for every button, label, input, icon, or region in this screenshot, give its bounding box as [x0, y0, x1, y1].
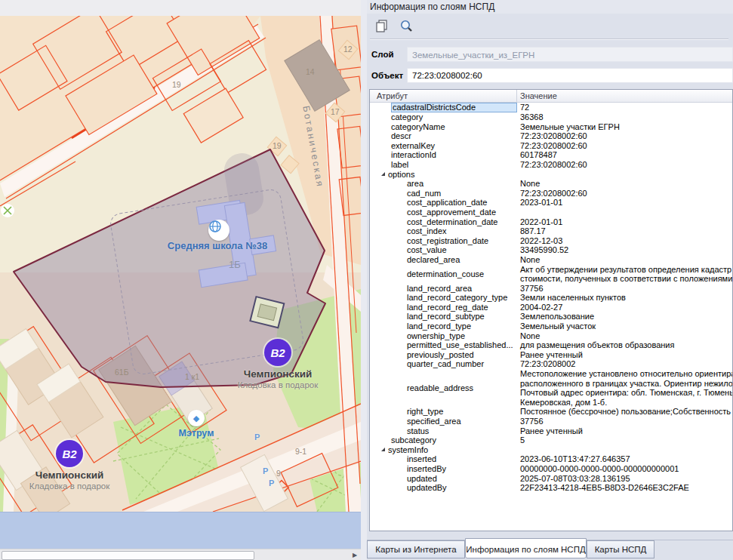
value-cell: 72 [517, 103, 732, 112]
table-row[interactable]: interactionId60178487 [370, 150, 732, 160]
tab-1[interactable]: Карты из Интернета [367, 540, 465, 558]
value-cell: 2023-06-10T13:47:27.646357 [517, 454, 732, 464]
table-row[interactable]: areaNone [370, 179, 732, 189]
table-row[interactable]: categoryNameЗемельные участки ЕГРН [370, 122, 732, 132]
table-row[interactable]: options [370, 170, 732, 180]
table-row[interactable]: cad_num72:23:0208002:60 [370, 189, 732, 198]
table-row[interactable]: category36368 [370, 112, 732, 122]
info-panel: Информация по слоям НСПД Слой Земельные_… [367, 0, 733, 560]
value-cell: 2022-12-03 [517, 236, 732, 246]
attribute-cell: externalKey [370, 141, 517, 151]
table-row[interactable]: cost_value33495990.52 [370, 245, 732, 255]
table-row[interactable]: updated2025-07-08T03:03:28.136195 [370, 474, 732, 484]
table-row[interactable]: descr72:23:0208002:60 [370, 131, 732, 141]
table-row[interactable]: cost_index887.17 [370, 226, 732, 236]
value-cell: для размещения объектов образования [517, 340, 732, 350]
scissors-icon [1, 204, 14, 217]
table-row[interactable]: cost_determination_date2022-01-01 [370, 217, 732, 227]
table-row[interactable]: quarter_cad_number72:23:0208002 [370, 359, 732, 369]
value-column-header[interactable]: Значение [517, 90, 732, 102]
attribute-cell: categoryName [370, 122, 517, 132]
table-row[interactable]: cost_approvement_date [370, 208, 732, 217]
table-row[interactable]: label72:23:0208002:60 [370, 160, 732, 170]
value-cell: Землепользование [517, 312, 732, 322]
value-cell: 22F23413-4218-4EB5-B8D3-D2646E3C2FAE [517, 483, 732, 493]
table-row[interactable]: determination_couseАкт об утверждении ре… [370, 265, 732, 284]
horizontal-scrollbar[interactable]: ▶ [0, 549, 361, 560]
tab-2[interactable]: Информация по слоям НСПД [465, 538, 587, 558]
table-row[interactable]: ownership_typeNone [370, 331, 732, 341]
attribute-cell: inserted [370, 454, 517, 464]
table-row[interactable]: land_record_area37756 [370, 284, 732, 294]
value-cell: 72:23:0208002 [517, 359, 732, 369]
map-top-strip [0, 0, 361, 16]
copy-button[interactable] [373, 17, 391, 35]
value-cell: 72:23:0208002:60 [517, 131, 732, 141]
table-row[interactable]: land_record_subtypeЗемлепользование [370, 312, 732, 322]
table-row[interactable]: previously_postedРанее учтенный [370, 350, 732, 360]
tree-expanded-icon[interactable] [381, 172, 385, 176]
table-row[interactable]: inserted2023-06-10T13:47:27.646357 [370, 454, 732, 464]
table-row[interactable]: cost_application_date2023-01-01 [370, 198, 732, 208]
value-cell: 72:23:0208002:60 [517, 189, 732, 198]
scrollbar-thumb[interactable] [2, 551, 254, 560]
table-row[interactable]: right_typeПостоянное (бессрочное) пользо… [370, 407, 732, 417]
attribute-cell: permitted_use_established... [370, 340, 517, 350]
table-row[interactable]: statusРанее учтенный [370, 426, 732, 436]
attribute-cell: previously_posted [370, 350, 517, 360]
value-cell: None [517, 179, 732, 189]
attribute-cell: specified_area [370, 417, 517, 426]
table-row[interactable]: land_record_typeЗемельный участок [370, 322, 732, 331]
table-row[interactable]: declared_areaNone [370, 255, 732, 265]
value-cell: 2004-02-27 [517, 303, 732, 312]
attribute-cell: insertedBy [370, 464, 517, 474]
value-cell: 36368 [517, 112, 732, 122]
tab-3[interactable]: Карты НСПД [587, 540, 654, 558]
toolbar-separator [370, 38, 728, 40]
value-cell: Постоянное (бессрочное) пользование;Собс… [517, 407, 732, 417]
table-body: cadastralDistrictsCode72category36368cat… [370, 103, 732, 493]
search-icon[interactable] [397, 17, 415, 35]
attribute-cell: category [370, 112, 517, 122]
attribute-column-header[interactable]: Атрибут [370, 90, 517, 102]
layer-field: Земельные_участки_из_ЕГРН [407, 47, 733, 62]
attribute-cell: right_type [370, 407, 517, 417]
value-cell [517, 170, 732, 180]
tree-expanded-icon[interactable] [381, 448, 385, 451]
value-cell: 00000000-0000-0000-0000-000000000001 [517, 464, 732, 474]
attribute-cell: cost_index [370, 226, 517, 236]
object-field-input[interactable] [407, 68, 733, 83]
table-row[interactable]: cost_registration_date2022-12-03 [370, 236, 732, 246]
table-row[interactable]: specified_area37756 [370, 417, 732, 426]
map-panel: Ботаническая Средняя школа №38 1Б ◆ Мэтр… [0, 0, 361, 560]
attribute-cell: quarter_cad_number [370, 359, 517, 369]
table-row[interactable]: land_record_category_typeЗемли населенны… [370, 293, 732, 303]
value-cell: None [517, 255, 732, 265]
value-cell: Акт об утверждении результатов определен… [517, 265, 732, 284]
attribute-cell: declared_area [370, 255, 517, 265]
attribute-cell: area [370, 179, 517, 189]
attribute-cell: systemInfo [370, 445, 517, 455]
table-row[interactable]: subcategory5 [370, 435, 732, 445]
value-cell: 887.17 [517, 226, 732, 236]
map-svg [0, 16, 361, 512]
value-cell: 33495990.52 [517, 245, 732, 255]
panel-toolbar [367, 15, 733, 38]
table-row[interactable]: readable_addressМестоположение установле… [370, 369, 732, 407]
scrollbar-right-arrow[interactable]: ▶ [350, 550, 360, 559]
attribute-cell: cost_determination_date [370, 217, 517, 227]
table-row[interactable]: externalKey72:23:0208002:60 [370, 141, 732, 151]
attribute-cell: land_record_reg_date [370, 303, 517, 312]
value-cell: Местоположение установлено относительно … [517, 369, 732, 407]
table-row[interactable]: land_record_reg_date2004-02-27 [370, 303, 732, 312]
attribute-cell: status [370, 426, 517, 436]
attribute-cell: cost_registration_date [370, 236, 517, 246]
table-row[interactable]: permitted_use_established...для размещен… [370, 340, 732, 350]
table-row[interactable]: updatedBy22F23413-4218-4EB5-B8D3-D2646E3… [370, 483, 732, 493]
map-viewport[interactable]: Ботаническая Средняя школа №38 1Б ◆ Мэтр… [0, 16, 361, 512]
table-row[interactable]: systemInfo [370, 445, 732, 455]
table-row[interactable]: insertedBy00000000-0000-0000-0000-000000… [370, 464, 732, 474]
value-cell: 2023-01-01 [517, 198, 732, 208]
map-bottom-strip [0, 512, 361, 549]
table-row[interactable]: cadastralDistrictsCode72 [370, 103, 732, 112]
